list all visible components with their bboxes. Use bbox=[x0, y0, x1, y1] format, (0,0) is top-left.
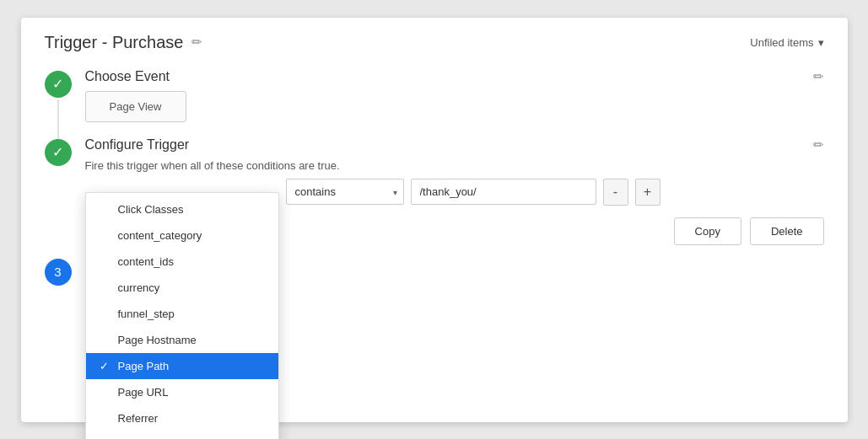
main-window: Trigger - Purchase ✏ Unfiled items ▾ ✓ C… bbox=[21, 18, 848, 422]
dropdown-item-page-hostname[interactable]: Page Hostname bbox=[86, 327, 278, 353]
page-view-box: Page View bbox=[85, 91, 186, 122]
variable-dropdown-menu: Click Classes content_category content_i… bbox=[85, 192, 279, 440]
dropdown-item-content-category-label: content_category bbox=[118, 229, 202, 242]
step1-edit-icon[interactable]: ✏ bbox=[813, 69, 824, 84]
value-input[interactable] bbox=[411, 179, 596, 205]
condition-row: Click Classes content_category content_i… bbox=[85, 179, 824, 206]
contains-select[interactable]: contains bbox=[286, 179, 404, 205]
minus-icon: - bbox=[613, 185, 617, 200]
title-edit-icon[interactable]: ✏ bbox=[191, 35, 202, 50]
dropdown-item-referrer[interactable]: Referrer bbox=[86, 405, 278, 431]
dropdown-item-click-classes[interactable]: Click Classes bbox=[86, 196, 278, 222]
unfiled-items-button[interactable]: Unfiled items ▾ bbox=[750, 36, 823, 49]
step2-title-row: Configure Trigger ✏ bbox=[85, 137, 824, 153]
check-icon-page-path: ✓ bbox=[100, 360, 111, 372]
dropdown-item-funnel-step-label: funnel_step bbox=[118, 308, 175, 320]
chevron-down-icon: ▾ bbox=[818, 36, 824, 49]
dropdown-item-content-ids[interactable]: content_ids bbox=[86, 249, 278, 275]
step1-row: ✓ Choose Event ✏ Page View bbox=[45, 69, 824, 122]
step1-icon: ✓ bbox=[45, 71, 72, 98]
contains-dropdown-container: contains ▾ bbox=[286, 179, 404, 205]
main-content: ✓ Choose Event ✏ Page View ✓ Configure T… bbox=[21, 61, 848, 313]
step2-body: Configure Trigger ✏ Fire this trigger wh… bbox=[85, 137, 824, 245]
step1-body: Choose Event ✏ Page View bbox=[85, 69, 824, 122]
unfiled-items-label: Unfiled items bbox=[750, 36, 813, 49]
window-title: Trigger - Purchase ✏ bbox=[45, 33, 203, 52]
window-header: Trigger - Purchase ✏ Unfiled items ▾ bbox=[21, 18, 848, 61]
step2-icon: ✓ bbox=[45, 139, 72, 166]
condition-prefix: Fire this trigger when bbox=[85, 159, 191, 172]
step1-title: Choose Event bbox=[85, 69, 170, 84]
dropdown-item-currency-label: currency bbox=[118, 281, 160, 294]
condition-text: Fire this trigger when all of these cond… bbox=[85, 159, 824, 172]
dropdown-item-page-url-label: Page URL bbox=[118, 386, 169, 399]
step2-title: Configure Trigger bbox=[85, 137, 190, 153]
plus-button[interactable]: + bbox=[635, 179, 660, 206]
dropdown-item-page-url[interactable]: Page URL bbox=[86, 379, 278, 405]
step1-title-row: Choose Event ✏ bbox=[85, 69, 824, 84]
step3-icon: 3 bbox=[45, 259, 72, 286]
dropdown-item-page-path-label: Page Path bbox=[118, 360, 170, 372]
copy-button[interactable]: Copy bbox=[674, 217, 741, 245]
step2-row: ✓ Configure Trigger ✏ Fire this trigger … bbox=[45, 137, 824, 245]
step2-content: Fire this trigger when all of these cond… bbox=[85, 159, 824, 245]
dropdown-item-funnel-step[interactable]: funnel_step bbox=[86, 301, 278, 327]
dropdown-item-currency[interactable]: currency bbox=[86, 275, 278, 301]
copy-label: Copy bbox=[695, 225, 720, 238]
dropdown-item-click-classes-label: Click Classes bbox=[118, 203, 184, 216]
title-text: Trigger - Purchase bbox=[45, 33, 184, 52]
dropdown-item-page-path[interactable]: ✓ Page Path bbox=[86, 353, 278, 379]
dropdown-item-content-ids-label: content_ids bbox=[118, 255, 175, 268]
dropdown-item-search-string[interactable]: search_string bbox=[86, 431, 278, 440]
dropdown-item-content-category[interactable]: content_category bbox=[86, 222, 278, 249]
dropdown-item-referrer-label: Referrer bbox=[118, 412, 159, 425]
step3-number: 3 bbox=[54, 265, 61, 279]
check-icon: ✓ bbox=[52, 76, 63, 92]
condition-all: all of these conditions are true. bbox=[191, 159, 340, 172]
minus-button[interactable]: - bbox=[603, 179, 628, 206]
delete-label: Delete bbox=[771, 225, 803, 238]
check-icon-2: ✓ bbox=[52, 144, 63, 160]
dropdown-item-page-hostname-label: Page Hostname bbox=[118, 334, 197, 346]
step2-edit-icon[interactable]: ✏ bbox=[813, 137, 824, 153]
plus-icon: + bbox=[644, 185, 651, 200]
page-view-label: Page View bbox=[110, 100, 162, 113]
delete-button[interactable]: Delete bbox=[750, 217, 824, 245]
